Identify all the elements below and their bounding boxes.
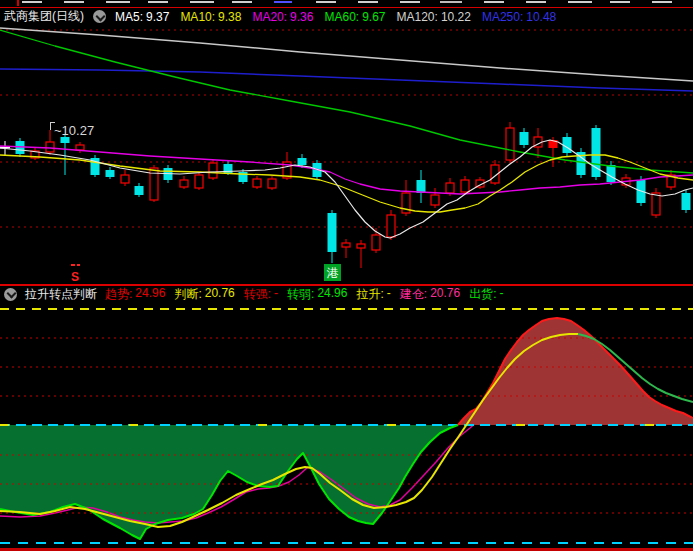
cropped-text-mark xyxy=(568,1,592,3)
stat-label: 出货: xyxy=(469,286,496,303)
cropped-text-mark xyxy=(358,1,378,3)
cropped-text-mark xyxy=(400,1,420,3)
ma-value: 9.38 xyxy=(218,10,241,24)
ma-value: 9.36 xyxy=(290,10,313,24)
candlestick-chart[interactable]: ~10.27S港 xyxy=(0,25,693,284)
stat-label: 拉升: xyxy=(356,286,383,303)
sell-signal-marker: S xyxy=(71,270,79,284)
ma20-line xyxy=(0,146,693,194)
cropped-text-mark xyxy=(484,1,504,3)
stat-label: 转弱: xyxy=(287,286,314,303)
ma250-line xyxy=(0,69,693,91)
toolbar-red-tick xyxy=(17,0,19,6)
ma-legend-item-ma60: MA60:9.67 xyxy=(324,10,385,24)
indicator-stat: 判断:20.76 xyxy=(174,286,234,303)
stock-app-window: 武商集团(日线) MA5:9.37MA10:9.38MA20:9.36MA60:… xyxy=(0,0,693,551)
stat-label: 判断: xyxy=(174,286,201,303)
ma-legend-item-ma5: MA5:9.37 xyxy=(115,10,169,24)
ma-legend: MA5:9.37MA10:9.38MA20:9.36MA60:9.67MA120… xyxy=(115,10,556,24)
ma-legend-item-ma10: MA10:9.38 xyxy=(180,10,241,24)
cropped-text-mark xyxy=(148,1,168,3)
stat-value: - xyxy=(387,286,391,303)
below-zero-green-area xyxy=(0,425,458,539)
indicator-stats: 趋势:24.96判断:20.76转强:-转弱:24.96拉升:-建仓:20.76… xyxy=(105,286,504,303)
indicator-stat: 建仓:20.76 xyxy=(400,286,460,303)
indicator-stat: 转强:- xyxy=(244,286,278,303)
cropped-text-mark xyxy=(64,1,84,3)
indicator-header-bar: 拉升转点判断 趋势:24.96判断:20.76转强:-转弱:24.96拉升:-建… xyxy=(0,287,693,301)
stat-label: 趋势: xyxy=(105,286,132,303)
ma-legend-item-ma20: MA20:9.36 xyxy=(252,10,313,24)
stat-label: 建仓: xyxy=(400,286,427,303)
ma-value: 10.22 xyxy=(441,10,471,24)
ma-legend-item-ma120: MA120:10.22 xyxy=(397,10,471,24)
ma-value: 9.67 xyxy=(362,10,385,24)
indicator-stat: 拉升:- xyxy=(356,286,390,303)
stat-value: - xyxy=(500,286,504,303)
cropped-text-mark xyxy=(190,1,214,3)
ma-value: 9.37 xyxy=(146,10,169,24)
cropped-text-mark xyxy=(526,1,546,3)
indicator-stat: 出货:- xyxy=(469,286,503,303)
stat-value: 20.76 xyxy=(430,286,460,303)
stat-label: 转强: xyxy=(244,286,271,303)
cropped-toolbar-strip xyxy=(0,0,693,8)
ma-label: MA250: xyxy=(482,10,523,24)
cropped-text-mark xyxy=(22,1,42,3)
ma-value: 10.48 xyxy=(526,10,556,24)
cropped-text-mark xyxy=(232,1,252,3)
ma-label: MA60: xyxy=(324,10,359,24)
stat-value: 24.96 xyxy=(317,286,347,303)
ma-label: MA10: xyxy=(180,10,215,24)
ma60-line xyxy=(0,30,693,173)
indicator-stat: 趋势:24.96 xyxy=(105,286,165,303)
price-label: ~10.27 xyxy=(54,123,94,138)
chart-title-bar: 武商集团(日线) MA5:9.37MA10:9.38MA20:9.36MA60:… xyxy=(0,8,693,25)
ma-label: MA5: xyxy=(115,10,143,24)
gang-badge-label: 港 xyxy=(327,266,339,280)
cropped-text-mark xyxy=(440,1,462,3)
indicator-chevron-down-icon[interactable] xyxy=(4,288,17,301)
cropped-text-mark xyxy=(610,1,630,3)
cropped-text-mark xyxy=(316,1,336,3)
indicator-stat: 转弱:24.96 xyxy=(287,286,347,303)
cropped-text-mark xyxy=(106,1,130,3)
ma-label: MA20: xyxy=(252,10,287,24)
chevron-down-icon[interactable] xyxy=(93,10,106,23)
stat-value: - xyxy=(274,286,278,303)
ma-label: MA120: xyxy=(397,10,438,24)
stat-value: 24.96 xyxy=(135,286,165,303)
stock-title: 武商集团(日线) xyxy=(4,8,84,25)
ma120-line xyxy=(0,28,693,81)
indicator-title: 拉升转点判断 xyxy=(25,286,97,303)
indicator-chart[interactable] xyxy=(0,302,693,548)
cropped-text-mark xyxy=(274,1,292,3)
cropped-text-mark xyxy=(652,1,672,3)
stat-value: 20.76 xyxy=(205,286,235,303)
ma-legend-item-ma250: MA250:10.48 xyxy=(482,10,556,24)
